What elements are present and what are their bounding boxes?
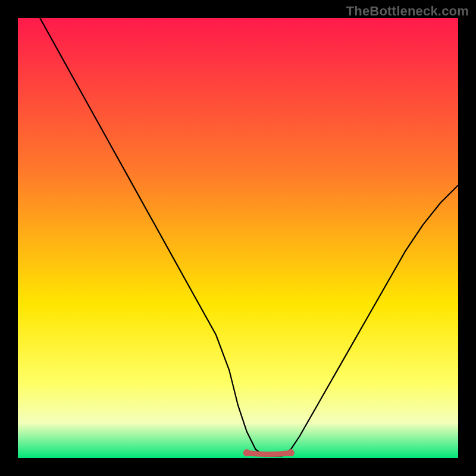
gradient-background — [18, 18, 458, 458]
optimal-zone-end-dot — [287, 449, 295, 456]
watermark-text: TheBottleneck.com — [346, 4, 469, 19]
optimal-zone-start-dot — [243, 449, 250, 456]
optimal-zone-marker — [247, 453, 291, 455]
chart-stage: TheBottleneck.com — [0, 0, 476, 476]
bottleneck-plot — [18, 18, 458, 458]
plot-svg — [18, 18, 458, 458]
